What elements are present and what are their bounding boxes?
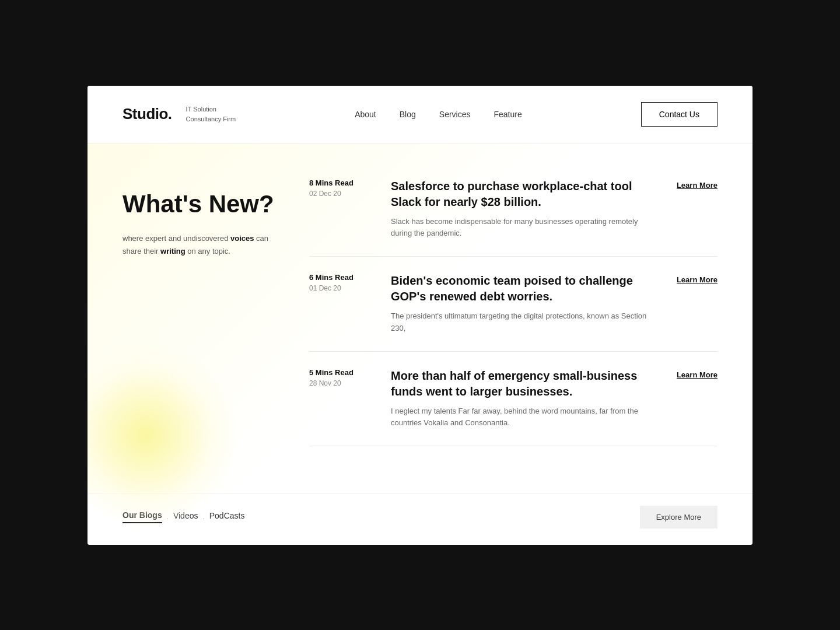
article-item: 8 Mins Read 02 Dec 20 Salesforce to purc…: [309, 178, 718, 257]
learn-more-link[interactable]: Learn More: [665, 273, 718, 284]
nav-about[interactable]: About: [355, 110, 376, 119]
article-title: Salesforce to purchase workplace-chat to…: [391, 178, 653, 210]
article-item: 6 Mins Read 01 Dec 20 Biden's economic t…: [309, 257, 718, 352]
section-title: What's New?: [123, 190, 286, 218]
article-body: More than half of emergency small-busine…: [391, 368, 653, 430]
article-item: 5 Mins Read 28 Nov 20 More than half of …: [309, 352, 718, 447]
main-nav: About Blog Services Feature: [355, 110, 522, 119]
read-time: 8 Mins Read: [309, 178, 379, 187]
explore-more-button[interactable]: Explore More: [640, 506, 718, 528]
article-meta: 8 Mins Read 02 Dec 20: [309, 178, 379, 198]
article-meta: 5 Mins Read 28 Nov 20: [309, 368, 379, 387]
logo-tagline: IT Solution Consultancy Firm: [186, 104, 236, 124]
read-time: 5 Mins Read: [309, 368, 379, 377]
article-date: 01 Dec 20: [309, 284, 379, 292]
article-excerpt: The president's ultimatum targeting the …: [391, 310, 653, 335]
article-excerpt: I neglect my talents Far far away, behin…: [391, 405, 653, 430]
nav-services[interactable]: Services: [439, 110, 471, 119]
learn-more-link[interactable]: Learn More: [665, 178, 718, 190]
contact-us-button[interactable]: Contact Us: [641, 102, 718, 127]
article-title: Biden's economic team poised to challeng…: [391, 273, 653, 304]
article-body: Biden's economic team poised to challeng…: [391, 273, 653, 335]
header: Studio. IT Solution Consultancy Firm Abo…: [88, 86, 752, 144]
left-panel: What's New? where expert and undiscovere…: [123, 178, 286, 470]
article-date: 02 Dec 20: [309, 190, 379, 198]
tabs-list: Our Blogs . Videos . PodCasts: [123, 510, 244, 523]
nav-blog[interactable]: Blog: [400, 110, 416, 119]
article-body: Salesforce to purchase workplace-chat to…: [391, 178, 653, 240]
logo-block: Studio. IT Solution Consultancy Firm: [123, 104, 236, 124]
tab-our-blogs[interactable]: Our Blogs: [123, 510, 162, 523]
tab-podcasts[interactable]: PodCasts: [209, 511, 245, 523]
article-excerpt: Slack has become indispensable for many …: [391, 216, 653, 240]
bottom-tabs: Our Blogs . Videos . PodCasts Explore Mo…: [88, 494, 752, 545]
page-container: Studio. IT Solution Consultancy Firm Abo…: [88, 86, 752, 545]
logo: Studio.: [123, 105, 172, 123]
article-meta: 6 Mins Read 01 Dec 20: [309, 273, 379, 292]
read-time: 6 Mins Read: [309, 273, 379, 282]
article-date: 28 Nov 20: [309, 379, 379, 387]
tab-videos[interactable]: Videos: [173, 511, 198, 523]
main-section: What's New? where expert and undiscovere…: [88, 144, 752, 494]
articles-panel: 8 Mins Read 02 Dec 20 Salesforce to purc…: [309, 178, 718, 470]
section-description: where expert and undiscovered voices can…: [123, 232, 286, 258]
article-title: More than half of emergency small-busine…: [391, 368, 653, 400]
learn-more-link[interactable]: Learn More: [665, 368, 718, 379]
nav-feature[interactable]: Feature: [494, 110, 522, 119]
